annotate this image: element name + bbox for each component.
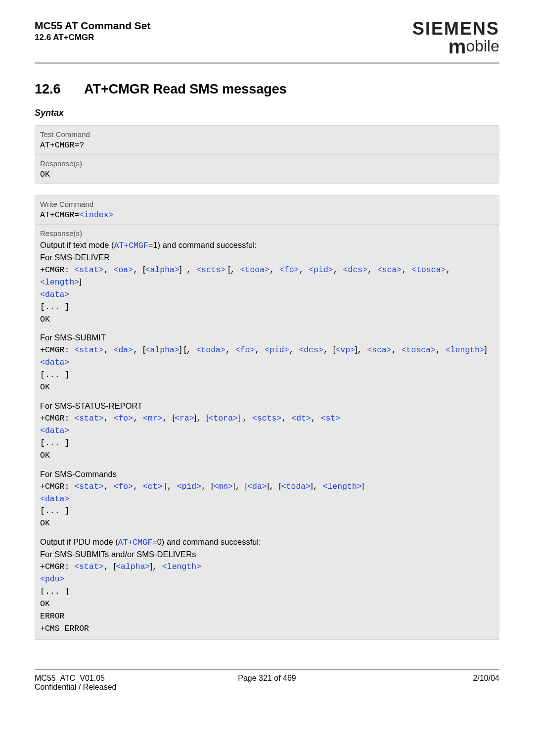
out-text-pre: Output if text mode ( <box>40 240 114 249</box>
section-title: AT+CMGR Read SMS messages <box>84 82 287 96</box>
p-alpha-3[interactable]: <alpha> <box>116 562 150 571</box>
ok-1: OK <box>40 315 50 324</box>
p-vp[interactable]: <vp> <box>335 345 355 355</box>
p-mr[interactable]: <mr> <box>143 414 163 423</box>
param-index[interactable]: <index> <box>79 210 113 220</box>
p-toda-1[interactable]: <toda> <box>196 345 225 355</box>
p-fo-3[interactable]: <fo> <box>114 414 134 423</box>
p-length-1[interactable]: <length> <box>40 278 79 287</box>
p-tooa[interactable]: <tooa> <box>240 265 269 275</box>
test-response-value: OK <box>35 168 499 184</box>
write-command-box: Write Command AT+CMGR=<index> Response(s… <box>35 195 499 640</box>
write-command-cmd: AT+CMGR=<index> <box>35 209 499 225</box>
dots-2: [... ] <box>40 370 69 379</box>
p-fo-4[interactable]: <fo> <box>114 482 134 491</box>
mobile-rest: obile <box>466 37 499 55</box>
p-ct[interactable]: <ct> <box>143 482 163 491</box>
dots-1: [... ] <box>40 302 69 312</box>
ok-2: OK <box>40 382 50 392</box>
p-length-4[interactable]: <length> <box>162 562 201 571</box>
p-da-2[interactable]: <da> <box>247 482 267 491</box>
p-data-4[interactable]: <data> <box>40 494 69 504</box>
p-fo-1[interactable]: <fo> <box>279 265 299 275</box>
p-ra[interactable]: <ra> <box>175 414 194 423</box>
p-sca-2[interactable]: <sca> <box>367 345 392 355</box>
p-scts-1[interactable]: <scts> <box>196 265 225 275</box>
p-data-2[interactable]: <data> <box>40 358 69 367</box>
p-stat-4[interactable]: <stat> <box>74 482 103 491</box>
p-stat-1[interactable]: <stat> <box>74 265 103 275</box>
footer-date: 2/10/04 <box>473 674 499 692</box>
p-stat-5[interactable]: <stat> <box>74 562 103 571</box>
siemens-wordmark: SIEMENS <box>412 20 499 38</box>
p-alpha-1[interactable]: <alpha> <box>145 265 179 275</box>
p-dcs-2[interactable]: <dcs> <box>299 345 323 355</box>
dots-5: [... ] <box>40 587 69 596</box>
mobile-wordmark: mobile <box>412 37 499 56</box>
header-left: MC55 AT Command Set 12.6 AT+CMGR <box>35 20 151 43</box>
p-length-2[interactable]: <length> <box>445 345 485 355</box>
p-dcs-1[interactable]: <dcs> <box>343 265 368 275</box>
p-toda-2[interactable]: <toda> <box>281 482 311 491</box>
footer-left: MC55_ATC_V01.05 Confidential / Released <box>35 674 116 692</box>
p-st[interactable]: <st> <box>321 414 341 423</box>
p-length-3[interactable]: <length> <box>323 482 362 491</box>
test-response-label: Response(s) <box>35 155 499 168</box>
test-command-label: Test Command <box>35 126 499 139</box>
cmgr-prefix-2: +CMGR: <box>40 345 74 355</box>
p-pdu[interactable]: <pdu> <box>40 574 65 584</box>
section-number: 12.6 <box>35 82 84 97</box>
p-oa[interactable]: <oa> <box>114 265 134 275</box>
write-cmd-prefix: AT+CMGR= <box>40 210 79 220</box>
p-sca-1[interactable]: <sca> <box>377 265 402 275</box>
p-stat-3[interactable]: <stat> <box>74 414 103 423</box>
p-alpha-2[interactable]: <alpha> <box>145 345 179 355</box>
p-tosca-2[interactable]: <tosca> <box>401 345 436 355</box>
footer-docid: MC55_ATC_V01.05 <box>35 674 116 683</box>
p-da-1[interactable]: <da> <box>114 345 134 355</box>
footer-confidential: Confidential / Released <box>35 683 116 692</box>
mobile-m: m <box>448 36 466 57</box>
footer-page-number: Page 321 of 469 <box>238 674 296 683</box>
error-line: ERROR <box>40 612 65 621</box>
p-tosca-1[interactable]: <tosca> <box>411 265 445 275</box>
dots-3: [... ] <box>40 438 69 448</box>
p-pid-1[interactable]: <pid> <box>309 265 333 275</box>
atcmgf-link[interactable]: AT+CMGF <box>114 241 148 250</box>
p-fo-2[interactable]: <fo> <box>235 345 255 355</box>
for-sms-deliver: For SMS-DELIVER <box>40 253 110 262</box>
write-command-label: Write Command <box>35 195 499 209</box>
p-scts-2[interactable]: <scts> <box>252 414 281 423</box>
p-dt[interactable]: <dt> <box>291 414 311 423</box>
p-pid-3[interactable]: <pid> <box>177 482 202 491</box>
test-command-cmd: AT+CMGR=? <box>35 139 499 155</box>
p-data-3[interactable]: <data> <box>40 426 69 435</box>
out-text-post1: =1) and command successful: <box>148 240 257 249</box>
syntax-label: Syntax <box>35 108 499 118</box>
section-heading: 12.6AT+CMGR Read SMS messages <box>35 82 499 97</box>
for-pdu: For SMS-SUBMITs and/or SMS-DELIVERs <box>40 550 196 559</box>
out-pdu-pre: Output if PDU mode ( <box>40 537 118 546</box>
cmgr-prefix-1: +CMGR: <box>40 265 74 275</box>
p-data-1[interactable]: <data> <box>40 290 69 299</box>
atcmgf-link-2[interactable]: AT+CMGF <box>118 538 152 547</box>
doc-title: MC55 AT Command Set <box>35 20 151 32</box>
p-pid-2[interactable]: <pid> <box>265 345 289 355</box>
out-pdu-post: =0) and command successful: <box>152 537 261 546</box>
ok-4: OK <box>40 519 50 528</box>
page-header: MC55 AT Command Set 12.6 AT+CMGR SIEMENS… <box>35 20 499 64</box>
ok-5: OK <box>40 599 50 609</box>
p-mn[interactable]: <mn> <box>213 482 233 491</box>
doc-subtitle: 12.6 AT+CMGR <box>35 33 151 43</box>
brand-logo: SIEMENS mobile <box>412 20 499 56</box>
p-stat-2[interactable]: <stat> <box>74 345 103 355</box>
p-tora[interactable]: <tora> <box>209 414 238 423</box>
ok-3: OK <box>40 451 50 460</box>
dots-4: [... ] <box>40 506 69 516</box>
write-response-body: Output if text mode (AT+CMGF=1) and comm… <box>35 238 499 639</box>
for-sms-status-report: For SMS-STATUS-REPORT <box>40 401 142 410</box>
test-command-box: Test Command AT+CMGR=? Response(s) OK <box>35 125 499 184</box>
cmgr-prefix-5: +CMGR: <box>40 562 74 571</box>
cmgr-prefix-4: +CMGR: <box>40 482 74 491</box>
page-footer: MC55_ATC_V01.05 Confidential / Released … <box>35 669 499 692</box>
